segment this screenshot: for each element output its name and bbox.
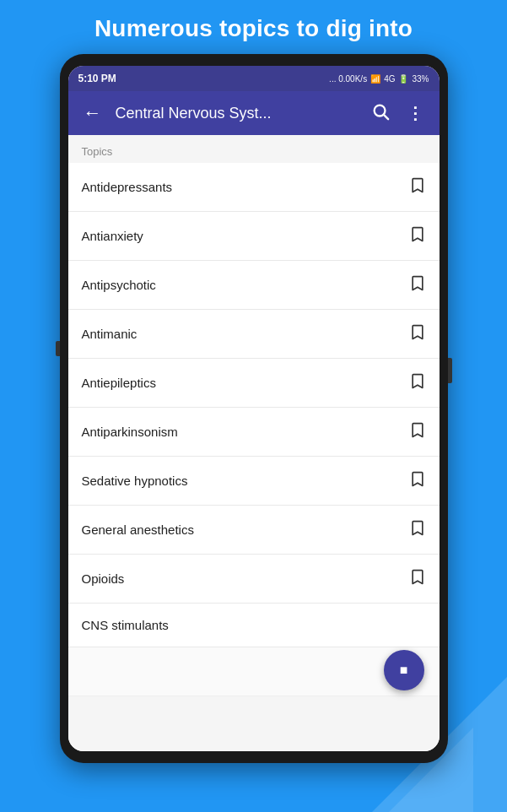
tablet-device: 5:10 PM ... 0.00K/s 📶 4G 🔋 33% ← Central… [60, 54, 448, 763]
list-item[interactable]: Antimanic [68, 310, 440, 359]
item-label: Sedative hypnotics [82, 474, 188, 488]
svg-line-1 [384, 115, 388, 119]
side-button-right [448, 358, 452, 383]
signal-icon: 📶 [370, 74, 380, 84]
search-button[interactable] [368, 99, 393, 128]
list-item[interactable]: Antiepileptics [68, 359, 440, 408]
list-item[interactable]: Antiparkinsonism [68, 408, 440, 457]
network-type: 4G [384, 74, 395, 84]
item-label: General anesthetics [82, 522, 194, 537]
side-button-left [56, 341, 60, 356]
bookmark-icon[interactable] [409, 274, 426, 295]
content-area: Topics Antidepressants Antianxiety [68, 135, 440, 751]
list-item[interactable]: Opioids [68, 555, 440, 604]
bookmark-icon[interactable] [409, 323, 426, 344]
item-label: Antianxiety [82, 229, 143, 243]
list-item[interactable]: Antianxiety [68, 212, 440, 261]
fab-icon: ■ [400, 663, 408, 678]
bookmark-icon[interactable] [409, 176, 426, 198]
fab-button[interactable]: ■ [384, 650, 424, 690]
app-bar: ← Central Nervous Syst... ⋮ [68, 91, 440, 135]
network-speed: ... 0.00K/s [329, 74, 367, 84]
page-heading: Numerous topics to dig into [0, 0, 507, 54]
bookmark-icon[interactable] [409, 470, 426, 491]
status-right: ... 0.00K/s 📶 4G 🔋 33% [329, 74, 429, 84]
item-label: Antiepileptics [82, 376, 156, 390]
list-item[interactable]: Sedative hypnotics [68, 457, 440, 506]
list-item[interactable]: General anesthetics [68, 506, 440, 555]
item-label: Antimanic [82, 327, 138, 341]
back-button[interactable]: ← [80, 99, 105, 127]
status-time: 5:10 PM [78, 73, 116, 84]
item-label: CNS stimulants [82, 618, 169, 632]
bookmark-icon[interactable] [409, 421, 426, 442]
item-label: Opioids [82, 571, 125, 586]
bookmark-icon[interactable] [409, 225, 426, 246]
status-bar: 5:10 PM ... 0.00K/s 📶 4G 🔋 33% [68, 66, 440, 91]
more-options-button[interactable]: ⋮ [403, 100, 428, 127]
battery-icon: 🔋 [398, 74, 408, 84]
tablet-screen: 5:10 PM ... 0.00K/s 📶 4G 🔋 33% ← Central… [68, 66, 440, 751]
item-label: Antidepressants [82, 180, 173, 194]
app-bar-title: Central Nervous Syst... [116, 105, 359, 122]
bookmark-icon[interactable] [409, 372, 426, 393]
item-label: Antiparkinsonism [82, 425, 178, 439]
list-item[interactable]: Antidepressants [68, 163, 440, 212]
list-item[interactable]: Antipsychotic [68, 261, 440, 310]
bookmark-icon[interactable] [409, 519, 426, 540]
section-label-topics: Topics [68, 135, 440, 163]
item-label: Antipsychotic [82, 278, 156, 292]
bookmark-icon[interactable] [409, 568, 426, 589]
battery-level: 33% [412, 74, 429, 84]
list-item[interactable]: CNS stimulants [68, 604, 440, 647]
